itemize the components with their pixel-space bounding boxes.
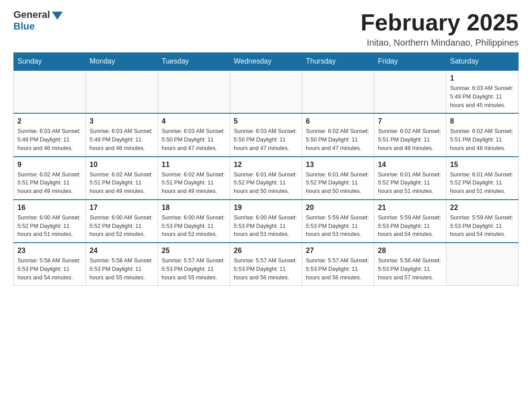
day-number: 11 [162,161,226,169]
calendar-cell [158,70,230,113]
calendar-cell: 26Sunrise: 5:57 AM Sunset: 5:53 PM Dayli… [230,243,302,286]
day-info: Sunrise: 6:00 AM Sunset: 5:52 PM Dayligh… [17,214,82,239]
day-info: Sunrise: 6:02 AM Sunset: 5:51 PM Dayligh… [450,127,515,152]
calendar-cell: 20Sunrise: 5:59 AM Sunset: 5:53 PM Dayli… [302,200,374,243]
weekday-header-row: SundayMondayTuesdayWednesdayThursdayFrid… [14,53,519,71]
day-info: Sunrise: 6:02 AM Sunset: 5:51 PM Dayligh… [90,171,154,196]
day-number: 9 [17,161,82,169]
calendar-cell: 10Sunrise: 6:02 AM Sunset: 5:51 PM Dayli… [86,157,158,200]
day-number: 15 [450,161,515,169]
calendar-cell: 7Sunrise: 6:02 AM Sunset: 5:51 PM Daylig… [374,113,446,156]
day-info: Sunrise: 6:02 AM Sunset: 5:51 PM Dayligh… [378,127,442,152]
day-number: 18 [162,204,226,212]
day-info: Sunrise: 6:02 AM Sunset: 5:51 PM Dayligh… [17,171,82,196]
day-info: Sunrise: 6:03 AM Sunset: 5:49 PM Dayligh… [90,127,154,152]
calendar-cell: 11Sunrise: 6:02 AM Sunset: 5:51 PM Dayli… [158,157,230,200]
weekday-header-saturday: Saturday [446,53,519,71]
logo-arrow-icon [52,12,63,20]
day-number: 26 [234,247,298,255]
calendar-cell: 17Sunrise: 6:00 AM Sunset: 5:52 PM Dayli… [86,200,158,243]
page-header: General Blue February 2025 Initao, North… [13,9,519,48]
day-number: 4 [162,117,226,125]
calendar-cell: 9Sunrise: 6:02 AM Sunset: 5:51 PM Daylig… [14,157,86,200]
day-info: Sunrise: 6:03 AM Sunset: 5:50 PM Dayligh… [162,127,226,152]
day-info: Sunrise: 6:03 AM Sunset: 5:50 PM Dayligh… [234,127,298,152]
calendar-cell: 21Sunrise: 5:59 AM Sunset: 5:53 PM Dayli… [374,200,446,243]
day-info: Sunrise: 6:03 AM Sunset: 5:49 PM Dayligh… [450,84,515,109]
day-info: Sunrise: 6:01 AM Sunset: 5:52 PM Dayligh… [378,171,442,196]
calendar-cell [230,70,302,113]
title-area: February 2025 Initao, Northern Mindanao,… [360,9,519,48]
calendar-cell: 27Sunrise: 5:57 AM Sunset: 5:53 PM Dayli… [302,243,374,286]
calendar-cell: 19Sunrise: 6:00 AM Sunset: 5:53 PM Dayli… [230,200,302,243]
calendar-cell: 23Sunrise: 5:58 AM Sunset: 5:53 PM Dayli… [14,243,86,286]
day-number: 12 [234,161,298,169]
day-number: 16 [17,204,82,212]
weekday-header-thursday: Thursday [302,53,374,71]
day-number: 24 [90,247,154,255]
weekday-header-wednesday: Wednesday [230,53,302,71]
day-number: 2 [17,117,82,125]
calendar-cell: 25Sunrise: 5:57 AM Sunset: 5:53 PM Dayli… [158,243,230,286]
day-info: Sunrise: 5:56 AM Sunset: 5:53 PM Dayligh… [378,257,442,282]
day-info: Sunrise: 6:01 AM Sunset: 5:52 PM Dayligh… [234,171,298,196]
day-info: Sunrise: 6:00 AM Sunset: 5:53 PM Dayligh… [234,214,298,239]
calendar-cell [302,70,374,113]
logo: General Blue [13,9,63,32]
day-number: 20 [306,204,370,212]
day-number: 7 [378,117,442,125]
day-number: 27 [306,247,370,255]
day-number: 21 [378,204,442,212]
logo-blue-text: Blue [13,21,35,32]
day-number: 13 [306,161,370,169]
week-row-1: 1Sunrise: 6:03 AM Sunset: 5:49 PM Daylig… [14,70,519,113]
calendar-cell: 18Sunrise: 6:00 AM Sunset: 5:53 PM Dayli… [158,200,230,243]
weekday-header-monday: Monday [86,53,158,71]
day-info: Sunrise: 5:59 AM Sunset: 5:53 PM Dayligh… [450,214,515,239]
week-row-2: 2Sunrise: 6:03 AM Sunset: 5:49 PM Daylig… [14,113,519,156]
day-number: 3 [90,117,154,125]
calendar-cell: 16Sunrise: 6:00 AM Sunset: 5:52 PM Dayli… [14,200,86,243]
calendar-cell: 1Sunrise: 6:03 AM Sunset: 5:49 PM Daylig… [446,70,519,113]
calendar-cell [86,70,158,113]
calendar-cell: 12Sunrise: 6:01 AM Sunset: 5:52 PM Dayli… [230,157,302,200]
day-info: Sunrise: 5:59 AM Sunset: 5:53 PM Dayligh… [306,214,370,239]
day-info: Sunrise: 6:00 AM Sunset: 5:52 PM Dayligh… [90,214,154,239]
day-info: Sunrise: 6:01 AM Sunset: 5:52 PM Dayligh… [306,171,370,196]
calendar-cell: 4Sunrise: 6:03 AM Sunset: 5:50 PM Daylig… [158,113,230,156]
calendar-cell: 15Sunrise: 6:01 AM Sunset: 5:52 PM Dayli… [446,157,519,200]
day-number: 28 [378,247,442,255]
calendar-cell [14,70,86,113]
calendar-cell: 3Sunrise: 6:03 AM Sunset: 5:49 PM Daylig… [86,113,158,156]
weekday-header-tuesday: Tuesday [158,53,230,71]
month-year-title: February 2025 [360,9,519,36]
weekday-header-sunday: Sunday [14,53,86,71]
calendar-table: SundayMondayTuesdayWednesdayThursdayFrid… [13,52,519,286]
day-info: Sunrise: 6:02 AM Sunset: 5:50 PM Dayligh… [306,127,370,152]
location-subtitle: Initao, Northern Mindanao, Philippines [360,38,519,48]
calendar-cell: 22Sunrise: 5:59 AM Sunset: 5:53 PM Dayli… [446,200,519,243]
day-number: 22 [450,204,515,212]
calendar-cell: 8Sunrise: 6:02 AM Sunset: 5:51 PM Daylig… [446,113,519,156]
calendar-cell: 6Sunrise: 6:02 AM Sunset: 5:50 PM Daylig… [302,113,374,156]
calendar-cell [374,70,446,113]
weekday-header-friday: Friday [374,53,446,71]
day-number: 8 [450,117,515,125]
day-number: 19 [234,204,298,212]
day-number: 10 [90,161,154,169]
day-number: 23 [17,247,82,255]
week-row-5: 23Sunrise: 5:58 AM Sunset: 5:53 PM Dayli… [14,243,519,286]
day-info: Sunrise: 5:59 AM Sunset: 5:53 PM Dayligh… [378,214,442,239]
day-info: Sunrise: 5:57 AM Sunset: 5:53 PM Dayligh… [162,257,226,282]
calendar-cell: 2Sunrise: 6:03 AM Sunset: 5:49 PM Daylig… [14,113,86,156]
calendar-cell: 28Sunrise: 5:56 AM Sunset: 5:53 PM Dayli… [374,243,446,286]
calendar-cell: 14Sunrise: 6:01 AM Sunset: 5:52 PM Dayli… [374,157,446,200]
week-row-4: 16Sunrise: 6:00 AM Sunset: 5:52 PM Dayli… [14,200,519,243]
week-row-3: 9Sunrise: 6:02 AM Sunset: 5:51 PM Daylig… [14,157,519,200]
day-info: Sunrise: 5:58 AM Sunset: 5:53 PM Dayligh… [17,257,82,282]
day-number: 5 [234,117,298,125]
day-info: Sunrise: 5:57 AM Sunset: 5:53 PM Dayligh… [306,257,370,282]
calendar-cell: 24Sunrise: 5:58 AM Sunset: 5:53 PM Dayli… [86,243,158,286]
calendar-cell [446,243,519,286]
day-info: Sunrise: 6:01 AM Sunset: 5:52 PM Dayligh… [450,171,515,196]
